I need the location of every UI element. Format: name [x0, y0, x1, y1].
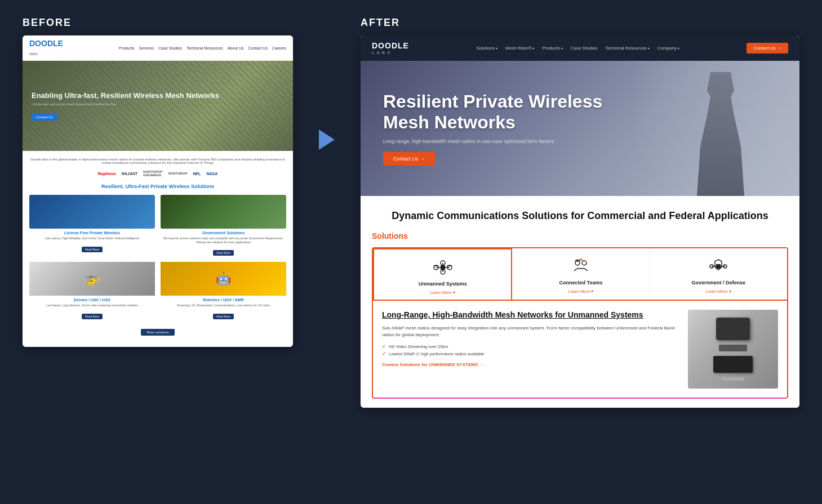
after-logo: DOODLE LABS [372, 41, 409, 55]
before-tagline: Doodle labs is the global leader in high… [29, 158, 286, 164]
after-label: AFTER [361, 17, 799, 29]
before-card-img-2 [161, 195, 286, 229]
before-content: Doodle labs is the global leader in high… [23, 151, 293, 347]
after-mockup: DOODLE LABS Solutions Mesh Rider® Produc… [361, 35, 799, 408]
before-card-desc-3: Low latency, Long distance, 20+km video … [29, 304, 155, 307]
solution-title-gov: Government / Defense [656, 280, 781, 286]
logo-nfl: NFL [193, 172, 201, 176]
solution-detail-panel: Long-Range, High-Bandwidth Mesh Networks… [372, 301, 788, 399]
unmanned-systems-icon [432, 257, 454, 278]
before-card-3: 🚁 Drones / UAV / UAS Low latency, Long d… [29, 262, 155, 320]
government-defense-icon: ★ [707, 256, 730, 276]
after-nav-links: Solutions Mesh Rider® Products Case Stud… [476, 46, 679, 51]
solution-feature-1: HD Video Streaming over 20km [382, 344, 680, 349]
after-solutions-section: Solutions [361, 231, 799, 408]
before-nav-link-6[interactable]: Contact Us [248, 46, 268, 50]
after-nav-techresources[interactable]: Technical Resources [605, 46, 649, 51]
arrow-container [316, 17, 338, 150]
solutions-cards-row: Unmanned Systems Learn More [372, 247, 788, 301]
main-container: BEFORE DOODLE labs Products Services Cas… [23, 17, 799, 408]
solution-card-teams[interactable]: Connected Teams Learn More [512, 248, 650, 300]
before-nav: DOODLE labs Products Services Case Studi… [23, 35, 293, 61]
logo-northrop2: NORTHROP [168, 172, 187, 175]
after-section: AFTER DOODLE LABS Solutions Mesh Rider® … [361, 17, 799, 408]
logo-raytheon: Raytheon [98, 172, 116, 176]
solution-card-unmanned[interactable]: Unmanned Systems Learn More [373, 248, 512, 301]
before-nav-link-7[interactable]: Careers [272, 46, 286, 50]
before-card-1: License Free Private Wireless Low Latenc… [29, 195, 155, 256]
before-cards-grid: License Free Private Wireless Low Latenc… [29, 195, 286, 320]
logo-rajant: RAJANT [122, 172, 137, 176]
after-nav-meshrider[interactable]: Mesh Rider® [505, 46, 534, 51]
before-nav-link-3[interactable]: Case Studies [158, 46, 182, 50]
solution-card-gov[interactable]: ★ Government / Defense Learn More [650, 248, 787, 300]
solution-title-unmanned: Unmanned Systems [380, 281, 505, 287]
before-label: BEFORE [23, 17, 293, 29]
before-card-title-3: Drones / UAV / UAS [29, 298, 155, 302]
solution-feature-2: Lowest SWaP-C high performance radios av… [382, 351, 680, 356]
after-hero-sub: Long-range, high-bandwidth mesh radios i… [383, 139, 608, 144]
before-card-desc-2: We have the proven solutions ready and c… [161, 237, 286, 244]
before-card-btn-4[interactable]: Read More [213, 314, 234, 319]
before-section: BEFORE DOODLE labs Products Services Cas… [23, 17, 293, 347]
after-nav-casestudies[interactable]: Case Studies [571, 46, 598, 51]
svg-rect-6 [441, 265, 445, 270]
after-solutions-label: Solutions [372, 231, 788, 240]
solution-learn-unmanned[interactable]: Learn More [380, 290, 505, 295]
logo-northrop: NORTHROPGRUMMAN [143, 170, 162, 177]
before-more-btn-container: More solutions [29, 325, 286, 336]
solution-detail-cta[interactable]: Comms Solutions for UNMANNED SYSTEMS [382, 362, 680, 367]
after-nav: DOODLE LABS Solutions Mesh Rider® Produc… [361, 35, 799, 61]
before-card-title-4: Robotics / UGV / AMR [161, 298, 286, 302]
after-nav-company[interactable]: Company [657, 46, 679, 51]
before-nav-link-1[interactable]: Products [119, 46, 135, 50]
before-nav-link-5[interactable]: About Us [228, 46, 244, 50]
before-card-4: 🤖 Robotics / UGV / AMR Streaming, US, Ma… [161, 262, 286, 320]
before-card-title-1: License Free Private Wireless [29, 231, 155, 235]
solution-detail-text: Long-Range, High-Bandwidth Mesh Networks… [382, 310, 680, 389]
solution-learn-teams[interactable]: Learn More [518, 289, 643, 294]
after-hero-content: Resilient Private Wireless Mesh Networks… [383, 91, 608, 166]
connected-teams-icon [570, 256, 592, 276]
before-card-btn-1[interactable]: Read More [82, 247, 103, 252]
solution-detail-image [688, 310, 778, 389]
before-more-solutions-btn[interactable]: More solutions [141, 329, 174, 336]
before-nav-link-4[interactable]: Technical Resources [186, 46, 223, 50]
after-dynamic-title: Dynamic Communications Solutions for Com… [372, 209, 788, 222]
before-card-desc-4: Streaming, US, Manipulation, Communicati… [161, 304, 286, 307]
logo-nasa: NASA [206, 172, 217, 176]
before-logo: DOODLE labs [29, 39, 63, 57]
solution-learn-gov[interactable]: Learn More [656, 289, 781, 294]
after-hero-cta[interactable]: Contact Us [383, 152, 435, 166]
before-card-img-1 [29, 195, 155, 229]
after-dynamic-section: Dynamic Communications Solutions for Com… [361, 196, 799, 231]
before-card-img-3: 🚁 [29, 262, 155, 296]
solution-title-teams: Connected Teams [518, 280, 643, 286]
before-card-btn-3[interactable]: Read More [82, 314, 103, 319]
solution-detail-img-inner [688, 310, 778, 389]
before-nav-links: Products Services Case Studies Technical… [119, 46, 286, 50]
before-hero-title: Enabling Ultra-fast, Resilient Wireless … [32, 91, 219, 101]
after-hero-title: Resilient Private Wireless Mesh Networks [383, 91, 608, 133]
before-card-img-4: 🤖 [161, 262, 286, 296]
direction-arrow-icon [319, 130, 335, 150]
after-nav-products[interactable]: Products [542, 46, 562, 51]
solution-detail-title: Long-Range, High-Bandwidth Mesh Networks… [382, 310, 680, 320]
before-hero-cta[interactable]: Contact Us [32, 114, 57, 121]
after-nav-solutions[interactable]: Solutions [476, 46, 497, 51]
before-nav-link-2[interactable]: Services [139, 46, 154, 50]
before-hero: Enabling Ultra-fast, Resilient Wireless … [23, 61, 293, 151]
after-nav-cta[interactable]: Contact Us [747, 43, 788, 53]
svg-text:★: ★ [717, 263, 720, 267]
before-mockup: DOODLE labs Products Services Case Studi… [23, 35, 293, 347]
before-card-btn-2[interactable]: Read More [213, 250, 234, 256]
after-hero: Resilient Private Wireless Mesh Networks… [361, 61, 799, 196]
svg-point-10 [582, 261, 586, 265]
before-section-title: Resilient, Ultra-Fast Private Wireless S… [29, 184, 286, 189]
before-card-2: Government Solutions We have the proven … [161, 195, 286, 256]
before-hero-sub: Carrier-fast and carrier-band Government… [32, 102, 219, 106]
before-card-desc-1: Low Latency. High Reliability. End-to-En… [29, 237, 155, 240]
before-logos: Raytheon RAJANT NORTHROPGRUMMAN NORTHROP… [29, 170, 286, 177]
before-hero-content: Enabling Ultra-fast, Resilient Wireless … [32, 91, 219, 121]
before-card-title-2: Government Solutions [161, 231, 286, 235]
